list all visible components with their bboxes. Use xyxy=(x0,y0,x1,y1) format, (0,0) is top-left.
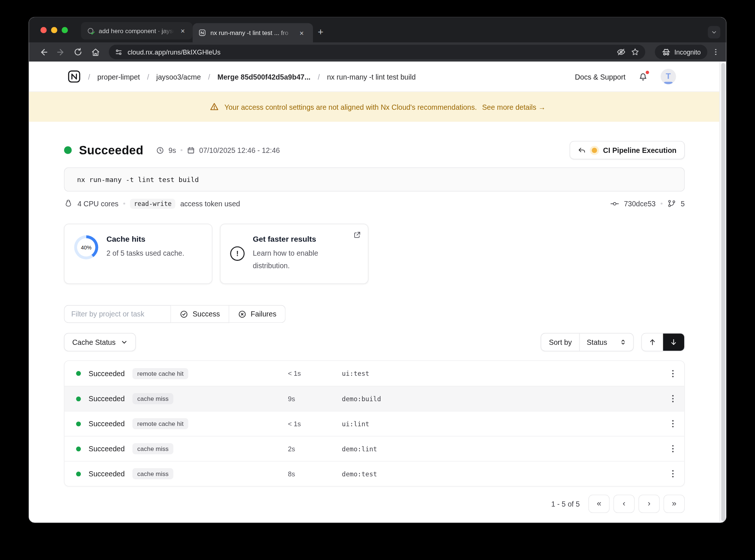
forward-button[interactable] xyxy=(53,44,69,60)
alert-circle-icon: ! xyxy=(230,246,244,260)
row-status: Succeeded xyxy=(88,445,125,453)
linux-tux-icon xyxy=(64,199,73,208)
scrollbar-thumb[interactable] xyxy=(721,63,725,521)
row-menu-button[interactable] xyxy=(668,466,684,481)
zoom-window-button[interactable] xyxy=(62,27,68,33)
row-task[interactable]: ui:lint xyxy=(342,420,656,428)
row-task[interactable]: demo:test xyxy=(342,470,656,477)
table-row[interactable]: Succeeded remote cache hit < 1s ui:lint xyxy=(65,411,684,436)
site-header: / proper-limpet / jaysoo3/acme / Merge 8… xyxy=(29,62,726,92)
notification-dot xyxy=(645,70,650,74)
first-page-button[interactable]: « xyxy=(588,495,609,513)
page-content: / proper-limpet / jaysoo3/acme / Merge 8… xyxy=(29,62,726,522)
banner-message: Your access control settings are not ali… xyxy=(225,103,477,111)
filter-input[interactable] xyxy=(64,305,171,323)
tab-search-button[interactable] xyxy=(708,26,720,39)
access-token-suffix: access token used xyxy=(180,199,240,207)
close-tab-icon[interactable]: × xyxy=(179,27,187,35)
sort-field-value: Status xyxy=(587,338,607,346)
cache-status-dropdown[interactable]: Cache Status xyxy=(64,333,136,351)
commit-icon xyxy=(610,199,619,208)
faster-results-title: Get faster results xyxy=(253,235,349,244)
row-menu-button[interactable] xyxy=(668,391,684,406)
row-menu-button[interactable] xyxy=(668,416,684,431)
last-page-button[interactable]: » xyxy=(664,495,685,513)
access-token-badge: read-write xyxy=(130,199,175,209)
browser-tab-nx-run[interactable]: nx run-many -t lint test ... fro × xyxy=(192,23,313,42)
table-row[interactable]: Succeeded cache miss 8s demo:test xyxy=(65,461,684,486)
back-button[interactable] xyxy=(36,44,51,60)
nx-favicon-icon xyxy=(198,29,206,36)
sort-ascending-button[interactable] xyxy=(642,333,663,351)
sort-field-select[interactable]: Status xyxy=(580,333,633,351)
url-text[interactable]: cloud.nx.app/runs/BkIXGHleUs xyxy=(128,48,611,56)
dot-separator xyxy=(123,203,125,204)
ci-pipeline-execution-button[interactable]: CI Pipeline Execution xyxy=(570,141,685,160)
run-command-box: nx run-many -t lint test build xyxy=(64,168,685,192)
breadcrumb-run[interactable]: nx run-many -t lint test build xyxy=(327,73,416,81)
sort-descending-button[interactable] xyxy=(663,333,684,351)
run-command: nx run-many -t lint test build xyxy=(77,176,199,183)
browser-tab-pr[interactable]: add hero component · jaysoo × xyxy=(81,22,192,39)
row-menu-button[interactable] xyxy=(668,441,684,456)
header-actions: Docs & Support T xyxy=(575,69,676,84)
git-branch-icon xyxy=(667,199,676,208)
banner-see-more-link[interactable]: See more details → xyxy=(482,103,546,111)
filter-success-button[interactable]: Success xyxy=(171,305,229,323)
address-bar[interactable]: cloud.nx.app/runs/BkIXGHleUs xyxy=(109,45,645,59)
row-duration: < 1s xyxy=(288,420,342,428)
docs-support-link[interactable]: Docs & Support xyxy=(575,73,625,81)
x-circle-icon xyxy=(238,309,247,318)
cache-badge: remote cache hit xyxy=(132,368,188,379)
filter-success-label: Success xyxy=(192,310,220,318)
row-duration: < 1s xyxy=(288,370,342,377)
new-tab-button[interactable]: + xyxy=(318,27,323,38)
row-status: Succeeded xyxy=(88,369,125,377)
status-dot xyxy=(76,396,81,401)
get-faster-results-card[interactable]: ! Get faster results Learn how to enable… xyxy=(220,224,368,284)
table-row[interactable]: Succeeded cache miss 2s demo:lint xyxy=(65,436,684,461)
home-button[interactable] xyxy=(88,44,103,60)
site-settings-icon[interactable] xyxy=(115,48,123,56)
notifications-bell-icon[interactable] xyxy=(638,71,648,81)
breadcrumb-workspace[interactable]: proper-limpet xyxy=(97,73,140,81)
commit-sha[interactable]: 730dce53 xyxy=(624,199,655,207)
sort-bar: Cache Status Sort by Status xyxy=(64,333,685,351)
tab-title: add hero component · jaysoo xyxy=(99,27,174,35)
cache-badge: cache miss xyxy=(132,393,173,404)
browser-toolbar: cloud.nx.app/runs/BkIXGHleUs Incognito xyxy=(29,42,726,62)
previous-page-button[interactable]: ‹ xyxy=(613,495,634,513)
next-page-button[interactable]: › xyxy=(639,495,660,513)
branch-count[interactable]: 5 xyxy=(681,199,685,207)
row-task[interactable]: demo:lint xyxy=(342,445,656,453)
reload-icon xyxy=(74,48,83,56)
bookmark-star-icon[interactable] xyxy=(631,48,640,56)
cache-badge: cache miss xyxy=(132,443,173,454)
row-task[interactable]: ui:test xyxy=(342,370,656,377)
check-circle-icon xyxy=(180,309,188,318)
table-row[interactable]: Succeeded cache miss 9s demo:build xyxy=(65,386,684,411)
filter-failures-button[interactable]: Failures xyxy=(229,305,285,323)
row-menu-button[interactable] xyxy=(668,366,684,381)
eye-off-icon[interactable] xyxy=(616,47,626,57)
breadcrumb-commit[interactable]: Merge 85d500f42d5a9b47... xyxy=(218,73,311,81)
forward-arrow-icon xyxy=(56,48,65,57)
nx-cloud-logo-icon[interactable] xyxy=(67,70,81,83)
close-tab-icon[interactable]: × xyxy=(298,29,306,37)
breadcrumb-repo[interactable]: jaysoo3/acme xyxy=(156,73,201,81)
browser-menu-button[interactable] xyxy=(712,46,719,58)
clock-icon xyxy=(156,146,164,154)
reload-button[interactable] xyxy=(70,44,86,60)
table-row[interactable]: Succeeded remote cache hit < 1s ui:test xyxy=(65,361,684,386)
close-window-button[interactable] xyxy=(41,27,47,33)
avatar[interactable]: T xyxy=(661,69,676,84)
minimize-window-button[interactable] xyxy=(51,27,57,33)
breadcrumb-separator: / xyxy=(88,73,90,81)
arrow-up-icon xyxy=(648,338,657,347)
dot-separator xyxy=(661,203,662,204)
filter-bar: Success Failures xyxy=(64,305,286,323)
row-duration: 2s xyxy=(288,445,342,453)
page-scrollbar[interactable] xyxy=(719,62,726,522)
row-task[interactable]: demo:build xyxy=(342,395,656,403)
breadcrumb-separator: / xyxy=(208,73,210,81)
